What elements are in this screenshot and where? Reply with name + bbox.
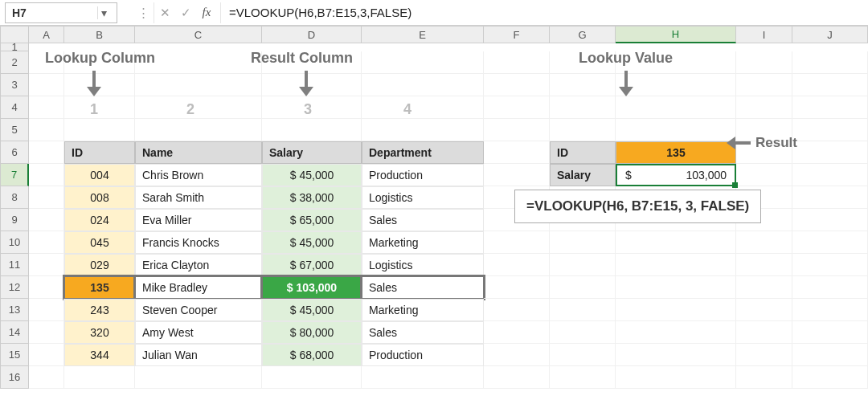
cell[interactable] xyxy=(29,366,64,389)
column-header[interactable]: E xyxy=(362,26,484,43)
row-header[interactable]: 6 xyxy=(0,141,29,164)
table-cell-salary[interactable]: $ 80,000 xyxy=(262,321,362,344)
table-cell-department[interactable]: Marketing xyxy=(362,231,484,254)
column-header[interactable]: B xyxy=(64,26,135,43)
cell[interactable] xyxy=(792,299,868,321)
cell[interactable] xyxy=(484,51,550,74)
table-cell-department[interactable]: Sales xyxy=(362,321,484,344)
row-header[interactable]: 10 xyxy=(0,231,29,254)
row-header[interactable]: 1 xyxy=(0,43,29,51)
cell[interactable] xyxy=(616,344,736,366)
cell[interactable] xyxy=(792,141,868,164)
cell[interactable] xyxy=(792,74,868,96)
cell[interactable] xyxy=(484,276,550,299)
row-header[interactable]: 7 xyxy=(0,164,29,186)
cell[interactable] xyxy=(64,96,135,119)
cell[interactable] xyxy=(262,119,362,141)
cell[interactable] xyxy=(550,119,616,141)
cell[interactable] xyxy=(792,231,868,254)
cell[interactable] xyxy=(616,231,736,254)
cell[interactable] xyxy=(29,254,64,276)
cell[interactable] xyxy=(550,366,616,389)
table-cell-id[interactable]: 344 xyxy=(64,344,135,366)
cell[interactable] xyxy=(792,51,868,74)
table-cell-id[interactable]: 008 xyxy=(64,186,135,209)
cell[interactable] xyxy=(550,344,616,366)
cell[interactable] xyxy=(484,254,550,276)
table-cell-salary[interactable]: $ 68,000 xyxy=(262,344,362,366)
row-header[interactable]: 8 xyxy=(0,186,29,209)
column-header[interactable]: G xyxy=(550,26,616,43)
row-header[interactable]: 9 xyxy=(0,209,29,231)
column-header[interactable]: F xyxy=(484,26,550,43)
cell[interactable] xyxy=(29,344,64,366)
cell[interactable] xyxy=(736,299,792,321)
cell[interactable] xyxy=(484,43,550,51)
cell[interactable] xyxy=(736,276,792,299)
cell[interactable] xyxy=(484,321,550,344)
cell[interactable] xyxy=(736,321,792,344)
cell[interactable] xyxy=(29,141,64,164)
cell[interactable] xyxy=(616,366,736,389)
cell[interactable] xyxy=(792,43,868,51)
table-cell-id[interactable]: 320 xyxy=(64,321,135,344)
cell[interactable] xyxy=(736,51,792,74)
table-cell-id[interactable]: 135 xyxy=(64,276,135,299)
row-header[interactable]: 5 xyxy=(0,119,29,141)
cell[interactable] xyxy=(792,119,868,141)
table-cell-salary[interactable]: $ 45,000 xyxy=(262,164,362,186)
cell[interactable] xyxy=(29,321,64,344)
cell[interactable] xyxy=(736,231,792,254)
table-cell-id[interactable]: 029 xyxy=(64,254,135,276)
cell[interactable] xyxy=(362,43,484,51)
cell[interactable] xyxy=(484,96,550,119)
table-cell-name[interactable]: Sarah Smith xyxy=(135,186,262,209)
cell[interactable] xyxy=(484,344,550,366)
table-cell-name[interactable]: Erica Clayton xyxy=(135,254,262,276)
cell[interactable] xyxy=(792,276,868,299)
cell[interactable] xyxy=(616,299,736,321)
cell[interactable] xyxy=(792,321,868,344)
row-header[interactable]: 4 xyxy=(0,96,29,119)
cell[interactable] xyxy=(792,254,868,276)
table-cell-name[interactable]: Eva Miller xyxy=(135,209,262,231)
cell[interactable] xyxy=(736,164,792,186)
cell[interactable] xyxy=(362,119,484,141)
name-box-dropdown-icon[interactable]: ▾ xyxy=(97,6,110,19)
cell[interactable] xyxy=(550,276,616,299)
cell[interactable] xyxy=(29,231,64,254)
cell[interactable] xyxy=(135,119,262,141)
table-cell-salary[interactable]: $ 67,000 xyxy=(262,254,362,276)
cell[interactable] xyxy=(135,74,262,96)
table-cell-name[interactable]: Francis Knocks xyxy=(135,231,262,254)
table-cell-name[interactable]: Chris Brown xyxy=(135,164,262,186)
table-cell-department[interactable]: Production xyxy=(362,344,484,366)
table-cell-salary[interactable]: $ 38,000 xyxy=(262,186,362,209)
lookup-id-value[interactable]: 135 xyxy=(616,141,736,164)
cell[interactable] xyxy=(262,366,362,389)
column-header[interactable]: A xyxy=(29,26,64,43)
cell[interactable] xyxy=(550,321,616,344)
cancel-icon[interactable]: ✕ xyxy=(154,2,175,23)
cell[interactable] xyxy=(29,299,64,321)
cell[interactable] xyxy=(550,231,616,254)
column-header[interactable]: I xyxy=(736,26,792,43)
cell[interactable] xyxy=(484,366,550,389)
cell[interactable] xyxy=(616,254,736,276)
cell[interactable] xyxy=(792,164,868,186)
cell[interactable] xyxy=(64,366,135,389)
cell[interactable] xyxy=(792,366,868,389)
row-header[interactable]: 3 xyxy=(0,74,29,96)
row-header[interactable]: 16 xyxy=(0,366,29,389)
cell[interactable] xyxy=(616,74,736,96)
cell[interactable] xyxy=(29,96,64,119)
column-header[interactable]: C xyxy=(135,26,262,43)
lookup-salary-result[interactable]: $103,000 xyxy=(616,164,736,186)
formula-input[interactable]: =VLOOKUP(H6,B7:E15,3,FALSE) xyxy=(220,2,868,23)
row-header[interactable]: 2 xyxy=(0,51,29,74)
table-cell-department[interactable]: Production xyxy=(362,164,484,186)
row-header[interactable]: 15 xyxy=(0,344,29,366)
table-cell-name[interactable]: Mike Bradley xyxy=(135,276,262,299)
cell[interactable] xyxy=(736,43,792,51)
column-header[interactable]: J xyxy=(792,26,868,43)
